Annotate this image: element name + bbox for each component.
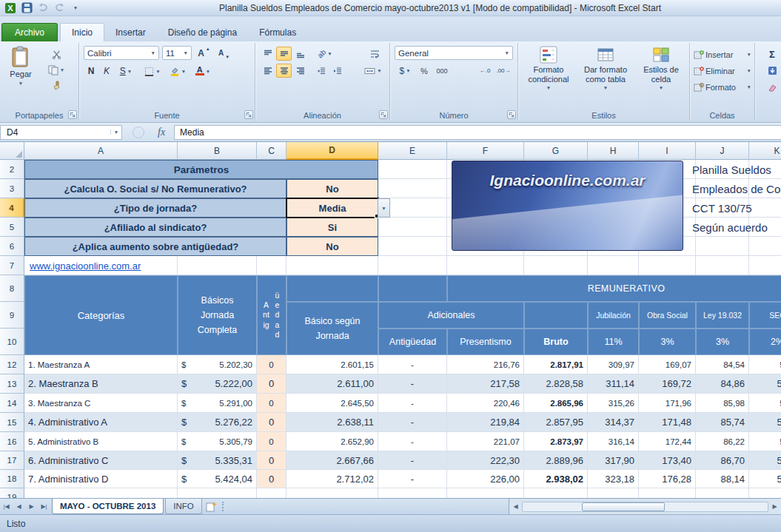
formula-input[interactable]: Media [174, 125, 781, 140]
cell-E18[interactable]: - [378, 470, 447, 488]
cell-B15[interactable]: $5.276,22 [178, 413, 257, 432]
cell-B13[interactable]: $5.222,00 [178, 374, 257, 394]
cell-J16[interactable]: 86,22 [696, 432, 749, 451]
row-header-3[interactable]: 3 [0, 179, 24, 198]
cell-header-jubilacion[interactable]: Jubilación [588, 302, 639, 329]
cell-J18[interactable]: 88,14 [696, 470, 749, 488]
borders-button[interactable]: ▼ [141, 64, 164, 78]
cell-H17[interactable]: 317,90 [588, 451, 639, 470]
cell-C18[interactable]: 0 [257, 470, 286, 488]
comma-format-button[interactable]: 000 [432, 64, 452, 78]
decrease-indent-button[interactable] [313, 64, 329, 78]
paste-button[interactable]: Pegar ▼ [4, 45, 38, 103]
cell-I17[interactable]: 173,40 [639, 451, 696, 470]
cell-G15[interactable]: 2.857,95 [524, 413, 588, 432]
cell-parametros-title[interactable]: Parámetros [24, 160, 378, 179]
sheet-nav-next-button[interactable]: ▶ [25, 499, 38, 514]
sheet-nav-prev-button[interactable]: ◀ [13, 499, 25, 514]
tab-diseno-de-pagina[interactable]: Diseño de página [157, 23, 248, 41]
format-as-table-button[interactable]: Dar formato como tabla▼ [577, 45, 634, 103]
cell-F16[interactable]: 221,07 [447, 432, 524, 451]
format-cells-button[interactable]: Formato▼ [693, 80, 752, 94]
font-color-button[interactable]: A▼ [192, 64, 214, 78]
cell-D13[interactable]: 2.611,00 [286, 374, 378, 394]
cell-question-antiguedad[interactable]: ¿Aplica aumento sobre antigüedad? [24, 237, 286, 256]
cell-header-sec[interactable]: SEC [749, 302, 781, 329]
align-middle-button[interactable] [276, 47, 292, 61]
cell-B18[interactable]: $5.424,04 [178, 470, 257, 488]
scroll-left-arrow[interactable]: ◀ [509, 503, 522, 510]
align-right-button[interactable] [292, 64, 308, 78]
tab-archivo[interactable]: Archivo [1, 23, 58, 41]
cell-A16[interactable]: 5. Administrativo B [24, 432, 178, 451]
font-dialog-launcher[interactable] [244, 110, 253, 119]
cell-header-jubilacion-pct[interactable]: 11% [588, 329, 639, 355]
cell-J13[interactable]: 84,86 [696, 374, 749, 394]
cell-C14[interactable]: 0 [257, 394, 286, 413]
row-header-10[interactable]: 10 [0, 329, 24, 355]
column-header-A[interactable]: A [24, 142, 178, 160]
cell-header-antiguedad-vertical[interactable]: Antig üedad [257, 275, 286, 355]
cell-I13[interactable]: 169,72 [639, 374, 696, 394]
grow-font-button[interactable]: A▲ [195, 46, 213, 60]
cell-A12[interactable]: 1. Maestranza A [24, 355, 178, 374]
cell-header-ley-pct[interactable]: 3% [696, 329, 749, 355]
qat-customize-button[interactable]: ▼ [68, 1, 83, 15]
cell-header-obra-social[interactable]: Obra Social [639, 302, 696, 329]
cell-I18[interactable]: 176,28 [639, 470, 696, 488]
cell-D8-empty[interactable] [286, 275, 378, 302]
scrollbar-thumb[interactable] [582, 502, 665, 511]
row-header-5[interactable]: 5 [0, 218, 24, 237]
cell-C13[interactable]: 0 [257, 374, 286, 394]
column-header-G[interactable]: G [524, 142, 588, 160]
cell-K12[interactable]: 56,36 [749, 355, 781, 374]
tab-formulas[interactable]: Fórmulas [248, 23, 307, 41]
bold-button[interactable]: N [84, 64, 98, 78]
column-header-D[interactable]: D [286, 142, 378, 160]
cell-A15[interactable]: 4. Administrativo A [24, 413, 178, 432]
cell-answer-antiguedad[interactable]: No [286, 237, 378, 256]
cell-D4-selected[interactable]: Media ▼ [286, 198, 378, 218]
cell-B12[interactable]: $5.202,30 [178, 355, 257, 374]
orientation-button[interactable]: ab▼ [313, 47, 337, 61]
cell-G14[interactable]: 2.865,96 [524, 394, 588, 413]
underline-button[interactable]: S▼ [115, 64, 137, 78]
sheet-tab-mayo-octubre-2013[interactable]: MAYO - OCTUBRE 2013 [52, 499, 164, 514]
cell-G18[interactable]: 2.938,02 [524, 470, 588, 488]
row-header-19[interactable]: 19 [0, 488, 24, 498]
cell-J14[interactable]: 85,98 [696, 394, 749, 413]
cell-E8-empty[interactable] [378, 275, 447, 302]
cut-button[interactable] [41, 47, 71, 61]
cell-G13[interactable]: 2.828,58 [524, 374, 588, 394]
cell-B14[interactable]: $5.291,00 [178, 394, 257, 413]
cell-F17[interactable]: 222,30 [447, 451, 524, 470]
column-header-E[interactable]: E [378, 142, 447, 160]
cell-D18[interactable]: 2.712,02 [286, 470, 378, 488]
cell-F13[interactable]: 217,58 [447, 374, 524, 394]
align-top-button[interactable] [260, 47, 275, 61]
cell-B16[interactable]: $5.305,79 [178, 432, 257, 451]
row-header-18[interactable]: 18 [0, 470, 24, 488]
column-header-C[interactable]: C [257, 142, 286, 160]
decrease-decimal-button[interactable]: .00→ [495, 64, 512, 78]
cell-F18[interactable]: 226,00 [447, 470, 524, 488]
increase-indent-button[interactable] [329, 64, 345, 78]
cell-K15[interactable]: 57,16 [749, 413, 781, 432]
cell-header-antiguedad-adic[interactable]: Antigüedad [378, 329, 447, 355]
cell-E12[interactable]: - [378, 355, 447, 374]
row-header-15[interactable]: 15 [0, 413, 24, 432]
merge-center-button[interactable]: ▼ [361, 64, 386, 78]
insert-worksheet-button[interactable] [202, 499, 220, 514]
cell-K14[interactable]: 57,32 [749, 394, 781, 413]
row-header-16[interactable]: 16 [0, 432, 24, 451]
clear-button[interactable] [764, 80, 780, 94]
cell-D14[interactable]: 2.645,50 [286, 394, 378, 413]
italic-button[interactable]: K [99, 64, 114, 78]
cell-header-presentismo[interactable]: Presentismo [447, 329, 524, 355]
horizontal-scrollbar[interactable]: ◀ ▶ [509, 499, 781, 514]
cell-H18[interactable]: 323,18 [588, 470, 639, 488]
tab-insertar[interactable]: Insertar [104, 23, 157, 41]
cell-header-bruto[interactable]: Bruto [524, 329, 588, 355]
row-header-6[interactable]: 6 [0, 237, 24, 256]
cell-A14[interactable]: 3. Maestranza C [24, 394, 178, 413]
